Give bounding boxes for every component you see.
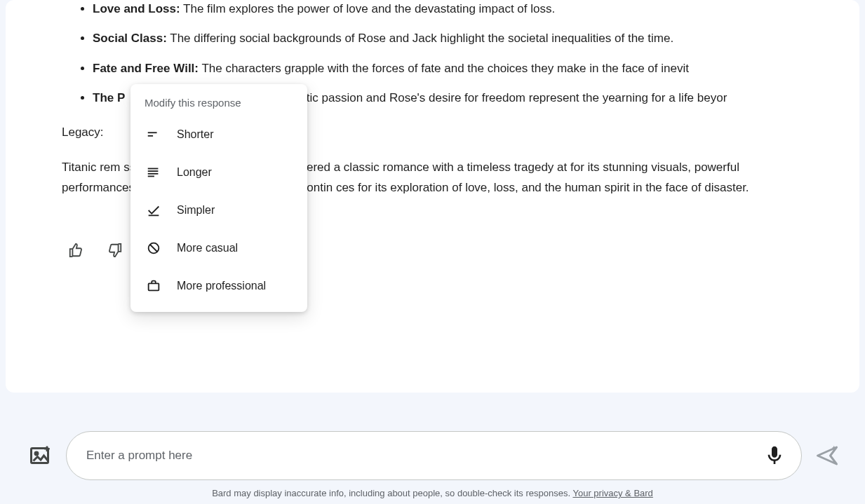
menu-label: More professional: [177, 280, 266, 292]
menu-item-longer[interactable]: Longer: [130, 154, 307, 191]
menu-label: Shorter: [177, 128, 213, 141]
theme-text: The film explores the power of love and …: [180, 2, 556, 15]
disclaimer-text: Bard may display inaccurate info, includ…: [212, 488, 572, 498]
menu-label: More casual: [177, 242, 238, 254]
prompt-input[interactable]: [86, 449, 763, 463]
casual-icon: [146, 240, 161, 256]
upload-image-button[interactable]: [28, 443, 53, 468]
svg-rect-9: [148, 170, 159, 172]
disclaimer: Bard may display inaccurate info, includ…: [0, 488, 865, 498]
theme-label: Social Class:: [93, 32, 167, 45]
theme-text: stic passion and Rose's desire for freed…: [300, 91, 727, 104]
svg-rect-13: [149, 283, 159, 290]
send-button[interactable]: ✦: [814, 443, 840, 468]
theme-label: Fate and Free Will:: [93, 62, 199, 75]
theme-label: Love and Loss:: [93, 2, 180, 15]
menu-item-shorter[interactable]: Shorter: [130, 116, 307, 154]
response-card: Love and Loss: The film explores the pow…: [6, 0, 859, 393]
privacy-link[interactable]: Your privacy & Bard: [572, 488, 652, 498]
menu-item-casual[interactable]: More casual: [130, 229, 307, 267]
modify-response-menu: Modify this response Shorter Longer Simp…: [130, 84, 307, 312]
svg-rect-6: [148, 132, 157, 133]
sparkle-icon: ✦: [831, 444, 837, 451]
short-text-icon: [146, 127, 161, 142]
popup-title: Modify this response: [130, 88, 307, 116]
check-underline-icon: [146, 203, 161, 218]
menu-item-simpler[interactable]: Simpler: [130, 191, 307, 229]
image-plus-icon: [28, 443, 53, 468]
menu-label: Simpler: [177, 204, 215, 217]
list-item: Love and Loss: The film explores the pow…: [93, 0, 803, 18]
svg-rect-11: [148, 176, 154, 177]
prompt-field[interactable]: [66, 431, 802, 480]
long-text-icon: [146, 165, 161, 180]
composer-row: ✦: [0, 431, 865, 480]
briefcase-icon: [146, 278, 161, 294]
thumbs-up-button[interactable]: [62, 236, 90, 264]
list-item: Fate and Free Will: The characters grapp…: [93, 60, 803, 78]
svg-rect-8: [148, 168, 159, 170]
svg-rect-10: [148, 173, 159, 175]
thumbs-down-button[interactable]: [101, 236, 129, 264]
menu-item-professional[interactable]: More professional: [130, 267, 307, 305]
theme-label: The P: [93, 91, 125, 104]
list-item: Social Class: The differing social backg…: [93, 29, 803, 48]
svg-point-15: [35, 452, 38, 455]
menu-label: Longer: [177, 166, 212, 179]
theme-text: The differing social backgrounds of Rose…: [167, 32, 673, 45]
microphone-button[interactable]: [763, 444, 786, 467]
thumbs-up-icon: [68, 243, 83, 258]
thumbs-down-icon: [107, 243, 123, 258]
svg-rect-7: [148, 135, 153, 137]
microphone-icon: [763, 444, 786, 467]
theme-text: The characters grapple with the forces o…: [199, 62, 689, 75]
